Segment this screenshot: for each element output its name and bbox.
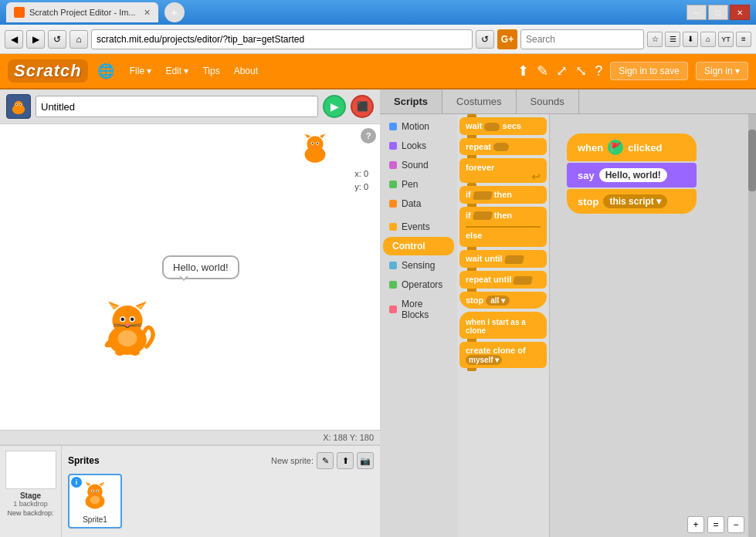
zoom-in-button[interactable]: + — [687, 516, 704, 533]
new-sprite-paint-button[interactable]: ✎ — [317, 452, 334, 469]
sign-in-button[interactable]: Sign in ▾ — [696, 62, 748, 80]
project-name-bar: ▶ ⬛ — [0, 90, 380, 124]
zoom-reset-button[interactable]: = — [707, 516, 724, 533]
stop-this-script-block[interactable]: stop this script ▾ — [567, 189, 697, 214]
svg-point-44 — [94, 494, 97, 495]
home-button[interactable]: ⌂ — [69, 30, 88, 49]
stop-dropdown[interactable]: this script ▾ — [603, 194, 666, 208]
file-menu[interactable]: File ▾ — [124, 62, 158, 79]
flag-icon: 🚩 — [608, 140, 623, 155]
category-more-blocks[interactable]: More Blocks — [383, 295, 454, 324]
category-control[interactable]: Control — [383, 237, 454, 255]
when-clicked-block[interactable]: when 🚩 clicked — [567, 133, 697, 161]
globe-icon[interactable]: 🌐 — [97, 62, 114, 79]
wait-until-block[interactable]: wait until — [459, 250, 547, 268]
sign-in-to-save-button[interactable]: Sign in to save — [610, 62, 688, 80]
zoom-controls: + = − — [687, 516, 744, 533]
category-motion[interactable]: Motion — [383, 117, 454, 136]
category-events[interactable]: Events — [383, 218, 454, 236]
minimize-button[interactable]: ─ — [687, 5, 707, 20]
stop-block[interactable]: stop all ▾ — [459, 292, 547, 309]
sprites-list-area: Sprites New sprite: ✎ ⬆ 📷 i — [62, 446, 380, 537]
svg-point-32 — [317, 143, 318, 144]
reload-icon[interactable]: ↺ — [476, 30, 494, 49]
fullscreen-icon[interactable]: ⤢ — [556, 62, 568, 79]
new-tab-button[interactable]: + — [164, 2, 185, 22]
when-label: when — [578, 142, 603, 154]
help-question-icon[interactable]: ? — [595, 63, 602, 79]
category-data[interactable]: Data — [383, 194, 454, 213]
create-clone-block[interactable]: create clone of myself ▾ — [459, 342, 547, 368]
xy-coords-display: x: 0 y: 0 — [354, 167, 368, 193]
category-sound-label: Sound — [402, 160, 429, 171]
x-value: 0 — [364, 169, 368, 178]
stop-button[interactable]: ⬛ — [351, 95, 374, 118]
new-sprite-upload-button[interactable]: ⬆ — [337, 452, 354, 469]
when-clone-block[interactable]: when I start as a clone — [459, 312, 547, 339]
zoom-out-button[interactable]: − — [727, 516, 744, 533]
google-icon[interactable]: G+ — [497, 29, 517, 49]
tab-sounds[interactable]: Sounds — [517, 90, 579, 113]
close-button[interactable]: ✕ — [730, 5, 750, 20]
compress-icon[interactable]: ⤡ — [575, 62, 587, 79]
category-pen[interactable]: Pen — [383, 175, 454, 194]
tab-scripts[interactable]: Scripts — [380, 90, 442, 113]
help-button[interactable]: ? — [361, 128, 376, 144]
edit-menu[interactable]: Edit ▾ — [159, 62, 195, 79]
sprite-item-sprite1[interactable]: i — [68, 474, 122, 529]
moreblocks-dot — [389, 306, 397, 313]
svg-point-15 — [131, 317, 134, 320]
category-looks[interactable]: Looks — [383, 137, 454, 155]
category-looks-label: Looks — [402, 140, 426, 151]
bookmarks-bar-icon[interactable]: ☰ — [665, 32, 680, 47]
youtube-icon[interactable]: YT — [718, 32, 734, 47]
repeat-until-block[interactable]: repeat until — [459, 271, 547, 289]
if-else-block[interactable]: if then else — [459, 207, 547, 248]
back-button[interactable]: ◀ — [5, 30, 23, 49]
url-bar[interactable] — [91, 29, 473, 49]
sensing-dot — [389, 262, 397, 269]
about-menu[interactable]: About — [228, 62, 264, 79]
sprite1-name: Sprite1 — [73, 515, 117, 524]
browser-tab[interactable]: Scratch Project Editor - Im... ✕ — [6, 2, 158, 22]
say-label: say — [578, 170, 595, 181]
maximize-button[interactable]: □ — [708, 5, 728, 20]
speech-bubble: Hello, world! — [162, 255, 239, 279]
blocks-list: wait secs repeat forever ↩ — [457, 114, 550, 537]
green-flag-button[interactable]: ▶ — [323, 95, 346, 118]
say-block[interactable]: say Hello, world! — [567, 163, 697, 187]
tools-icon[interactable]: ✎ — [537, 62, 548, 79]
looks-dot — [389, 142, 397, 150]
search-bar[interactable] — [520, 29, 644, 49]
say-value[interactable]: Hello, world! — [599, 168, 667, 182]
scripts-tabs: Scripts Costumes Sounds — [380, 90, 756, 114]
new-sprite-camera-button[interactable]: 📷 — [357, 452, 374, 469]
menu-icon[interactable]: ≡ — [736, 32, 751, 47]
wait-block[interactable]: wait secs — [459, 117, 547, 135]
upload-icon[interactable]: ⬆ — [517, 62, 529, 79]
svg-point-45 — [90, 496, 100, 505]
svg-point-26 — [307, 136, 323, 152]
tab-costumes[interactable]: Costumes — [442, 90, 517, 113]
bookmark-icon[interactable]: ☆ — [647, 32, 663, 47]
reload-button[interactable]: ↺ — [48, 30, 66, 49]
tips-menu[interactable]: Tips — [196, 62, 225, 79]
if-block[interactable]: if then — [459, 186, 547, 204]
tab-close-icon[interactable]: ✕ — [144, 8, 151, 18]
home-nav-icon[interactable]: ⌂ — [700, 32, 716, 47]
x-label: x: — [354, 169, 361, 178]
forever-block[interactable]: forever ↩ — [459, 158, 547, 183]
vertical-scrollbar[interactable] — [748, 114, 756, 537]
category-sound[interactable]: Sound — [383, 156, 454, 174]
sprite-info-badge[interactable]: i — [71, 477, 82, 488]
corner-cat-display — [297, 132, 334, 168]
repeat-block[interactable]: repeat — [459, 138, 547, 156]
forward-button[interactable]: ▶ — [26, 30, 45, 49]
stage-selector[interactable]: Stage 1 backdrop New backdrop: — [0, 446, 62, 537]
category-sensing[interactable]: Sensing — [383, 256, 454, 275]
category-operators[interactable]: Operators — [383, 275, 454, 294]
scrollbar-thumb[interactable] — [748, 130, 756, 191]
download-icon[interactable]: ⬇ — [683, 32, 698, 47]
project-name-input[interactable] — [36, 96, 318, 117]
scripts-canvas[interactable]: when 🚩 clicked say Hello, world! stop th… — [550, 114, 756, 537]
